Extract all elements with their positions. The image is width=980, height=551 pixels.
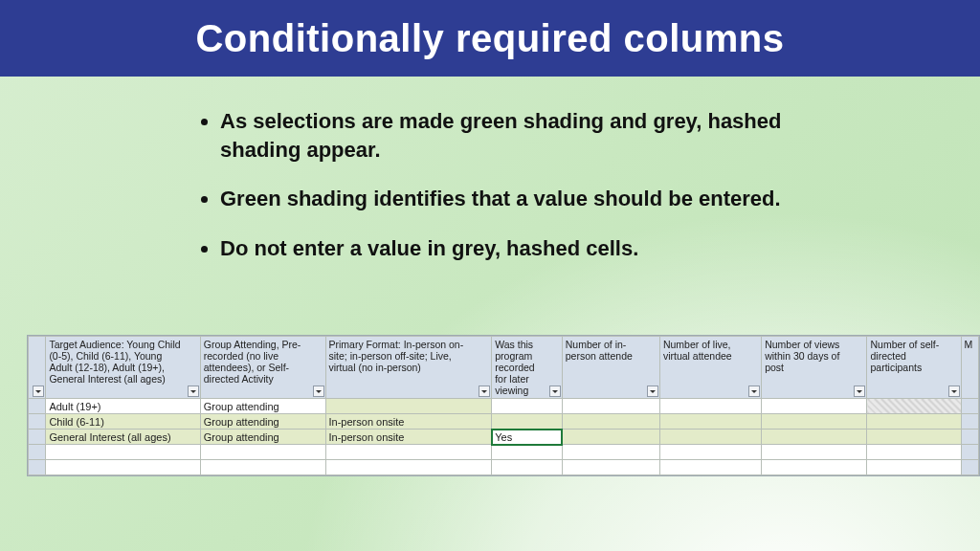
col-label: Target Audience: Young Child (0-5), Chil… [49,339,180,385]
cell-inperson[interactable] [562,430,659,445]
bullet-1: As selections are made green shading and… [220,107,833,164]
cell-selfdir[interactable] [867,399,961,414]
cell[interactable] [961,445,978,460]
cell[interactable] [325,445,492,460]
cell-audience[interactable]: Adult (19+) [46,399,200,414]
col-label: Primary Format: In-person on-site; in-pe… [329,339,464,373]
cell-views[interactable] [762,430,867,445]
cell-cut[interactable] [961,399,978,414]
col-group-attending[interactable]: Group Attending, Pre-recorded (no live a… [200,337,325,399]
col-label: Number of in-person attende [566,339,633,362]
table-row: General Interest (all ages) Group attend… [29,430,979,445]
cell-recorded[interactable] [492,414,563,430]
table-row-empty [29,445,979,460]
col-target-audience[interactable]: Target Audience: Young Child (0-5), Chil… [46,337,200,399]
filter-button[interactable] [313,386,324,397]
col-primary-format[interactable]: Primary Format: In-person on-site; in-pe… [325,337,492,399]
cell[interactable] [46,445,200,460]
col-cut-off[interactable]: M [961,337,978,399]
col-virtual-attendees[interactable]: Number of live, virtual attendee [659,337,761,399]
cell[interactable] [46,460,200,475]
col-label: Number of live, virtual attendee [663,339,732,362]
cell[interactable] [762,445,867,460]
row-handle[interactable] [29,430,46,445]
row-handle[interactable] [29,460,46,475]
table-row: Adult (19+) Group attending [29,399,979,414]
bullet-list: As selections are made green shading and… [220,107,833,263]
cell-cut[interactable] [961,414,978,430]
cell[interactable] [659,445,761,460]
data-table: Target Audience: Young Child (0-5), Chil… [28,336,979,475]
cell-inperson[interactable] [562,399,659,414]
row-handle[interactable] [29,445,46,460]
cell-views[interactable] [762,399,867,414]
table-row: Child (6-11) Group attending In-person o… [29,414,979,430]
cell[interactable] [200,445,325,460]
cell[interactable] [961,460,978,475]
cell[interactable] [325,460,492,475]
col-recorded[interactable]: Was this program recorded for later view… [492,337,563,399]
col-label: M [965,339,973,350]
spreadsheet: Target Audience: Young Child (0-5), Chil… [27,335,980,476]
cell[interactable] [562,445,659,460]
bullet-3: Do not enter a value in grey, hashed cel… [220,234,833,263]
filter-button[interactable] [549,386,561,397]
cell-virtual[interactable] [659,399,761,414]
filter-button[interactable] [948,386,960,397]
slide-title: Conditionally required columns [195,17,784,60]
cell-attend[interactable]: Group attending [200,414,325,430]
cell-audience[interactable]: General Interest (all ages) [46,430,200,445]
cell-inperson[interactable] [562,414,659,430]
cell-recorded[interactable] [492,399,563,414]
filter-button[interactable] [748,386,760,397]
cell-value: Yes [495,431,512,443]
cell-virtual[interactable] [659,414,761,430]
cell-recorded-active[interactable]: Yes Yes No [492,430,563,445]
cell[interactable] [562,460,659,475]
filter-button[interactable] [33,386,44,397]
col-inperson-attendees[interactable]: Number of in-person attende [562,337,659,399]
row-handle[interactable] [29,414,46,430]
col-label: Number of self-directed participants [870,339,939,373]
col-label: Was this program recorded for later view… [495,339,534,396]
cell[interactable] [867,460,961,475]
cell[interactable] [867,445,961,460]
slide-header: Conditionally required columns [0,0,980,77]
cell-format[interactable]: In-person onsite [325,414,492,430]
col-views-30days[interactable]: Number of views within 30 days of post [762,337,867,399]
cell[interactable] [659,460,761,475]
cell[interactable] [200,460,325,475]
cell-selfdir[interactable] [867,414,961,430]
cell-cut[interactable] [961,430,978,445]
cell-format[interactable] [325,399,492,414]
header-blank-left [29,337,46,399]
cell-audience[interactable]: Child (6-11) [46,414,200,430]
cell-views[interactable] [762,414,867,430]
filter-button[interactable] [854,386,865,397]
col-label: Group Attending, Pre-recorded (no live a… [204,339,301,385]
cell[interactable] [492,445,563,460]
cell-attend[interactable]: Group attending [200,430,325,445]
col-self-directed[interactable]: Number of self-directed participants [867,337,961,399]
cell-attend[interactable]: Group attending [200,399,325,414]
filter-button[interactable] [479,386,490,397]
cell[interactable] [492,460,563,475]
header-row: Target Audience: Young Child (0-5), Chil… [29,337,979,399]
cell-format[interactable]: In-person onsite [325,430,492,445]
cell[interactable] [762,460,867,475]
bullet-2: Green shading identifies that a value sh… [220,185,833,213]
row-handle[interactable] [29,399,46,414]
filter-button[interactable] [647,386,658,397]
col-label: Number of views within 30 days of post [765,339,839,373]
cell-virtual[interactable] [659,430,761,445]
table-row-empty [29,460,979,475]
cell-selfdir[interactable] [867,430,961,445]
filter-button[interactable] [188,386,199,397]
